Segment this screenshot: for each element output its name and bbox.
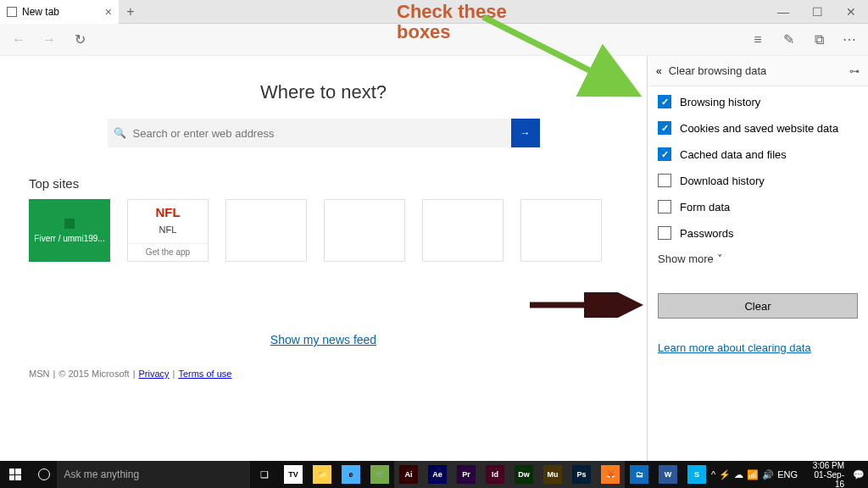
svg-line-0 [483,17,632,92]
search-icon: 🔍 [108,127,133,139]
clock-date: 01-Sep-16 [806,470,844,489]
checkbox-row[interactable]: ✓Cached data and files [658,147,858,161]
tray-clock[interactable]: 3:06 PM 01-Sep-16 [801,461,849,489]
tile-empty[interactable] [225,199,307,262]
cortana-search[interactable]: Ask me anything [57,461,250,488]
checkbox[interactable] [658,226,671,240]
tray-notifications-icon[interactable]: 💬 [853,469,865,480]
show-more-link[interactable]: Show more ˅ [658,252,858,265]
taskbar-app-icon[interactable]: e [337,461,365,488]
taskbar-app-icon[interactable]: Id [481,461,509,488]
taskbar-app-icon[interactable]: Dw [509,461,538,488]
page-footer: MSN| © 2015 Microsoft| Privacy| Terms of… [29,369,231,379]
checkbox-label: Passwords [680,227,734,240]
search-go-button[interactable]: → [511,119,540,147]
tray-power-icon[interactable]: ⚡ [719,469,731,480]
taskbar-app-icon[interactable]: Pr [452,461,481,488]
taskbar-app-icon[interactable]: 📁 [308,461,337,488]
taskbar-app-icon[interactable]: W [654,461,682,488]
start-button[interactable] [0,461,31,488]
checkbox[interactable]: ✓ [658,121,671,135]
checkbox-label: Browsing history [680,96,760,108]
tray-lang[interactable]: ENG [777,469,798,480]
refresh-button[interactable]: ↻ [68,28,92,52]
tile-fiverr[interactable]: Fiverr / ummi199... [29,199,110,262]
task-view-button[interactable]: ❏ [250,461,279,488]
checkbox[interactable] [658,174,671,187]
pin-icon[interactable]: ⊶ [849,65,860,77]
search-input[interactable] [133,127,511,140]
clear-data-panel: « Clear browsing data ⊶ ✓Browsing histor… [647,56,868,461]
checkbox-row[interactable]: Form data [658,200,858,214]
clear-button[interactable]: Clear [658,293,858,319]
forward-button[interactable]: → [37,28,61,52]
checkbox-row[interactable]: Download history [658,174,858,187]
top-sites-tiles: Fiverr / ummi199... NFL NFL Get the app [29,199,602,262]
new-tab-button[interactable]: + [119,4,142,19]
new-tab-page: Where to next? 🔍 → Top sites Fiverr / um… [0,56,647,461]
maximize-button[interactable]: ☐ [800,0,834,24]
taskbar-app-icon[interactable]: 🛒 [365,461,394,488]
panel-header: « Clear browsing data ⊶ [648,56,868,86]
back-button[interactable]: ← [7,28,31,52]
share-button[interactable]: ⧉ [807,28,831,52]
tray-onedrive-icon[interactable]: ☁ [734,469,743,480]
taskbar-app-icon[interactable]: S [682,461,711,488]
search-bar[interactable]: 🔍 → [108,119,540,147]
tray-wifi-icon[interactable]: 📶 [747,469,759,480]
more-button[interactable]: ⋯ [837,28,861,52]
checkbox[interactable] [658,200,671,214]
panel-title: Clear browsing data [669,64,767,77]
annotation-line: boxes [397,21,451,42]
tile-empty[interactable] [520,199,602,262]
footer-msn: MSN [29,369,49,379]
taskbar-app-icon[interactable]: Ae [423,461,452,488]
checkbox-label: Form data [680,201,730,214]
footer-privacy[interactable]: Privacy [138,369,169,379]
page-title: Where to next? [260,81,387,103]
tray-chevron-icon[interactable]: ^ [711,469,715,480]
get-app-label: Get the app [128,243,208,257]
taskbar-app-icon[interactable]: 🦊 [596,461,625,488]
tile-empty[interactable] [324,199,405,262]
checkbox[interactable]: ✓ [658,147,671,161]
clock-time: 3:06 PM [806,461,844,470]
checkbox-row[interactable]: Passwords [658,226,858,240]
minimize-button[interactable]: — [766,0,800,24]
tile-nfl[interactable]: NFL NFL Get the app [127,199,209,262]
learn-more-link[interactable]: Learn more about clearing data [658,341,858,354]
taskbar[interactable]: Ask me anything ❏ TV📁e🛒AiAePrIdDwMuPs🦊🗂W… [0,461,868,488]
close-window-button[interactable]: ✕ [834,0,868,24]
tile-empty[interactable] [422,199,504,262]
tab-title: New tab [22,6,59,18]
show-news-link[interactable]: Show my news feed [270,333,376,347]
page-icon [7,7,17,17]
taskbar-app-icon[interactable]: TV [279,461,308,488]
system-tray[interactable]: ^ ⚡ ☁ 📶 🔊 ENG 3:06 PM 01-Sep-16 💬 [711,461,868,488]
taskbar-app-icon[interactable]: 🗂 [625,461,654,488]
cortana-icon[interactable] [31,461,58,488]
windows-icon [9,469,21,480]
note-button[interactable]: ✎ [776,28,800,52]
cortana-placeholder: Ask me anything [64,469,139,480]
footer-copy: © 2015 Microsoft [58,369,129,379]
checkbox-label: Cookies and saved website data [680,122,838,135]
browser-tab[interactable]: New tab × [0,0,119,24]
tile-label: Fiverr / ummi199... [34,234,104,243]
checkbox-label: Cached data and files [680,148,787,161]
checkbox-row[interactable]: ✓Browsing history [658,95,858,108]
taskbar-app-icon[interactable]: Mu [538,461,567,488]
checkbox[interactable]: ✓ [658,95,671,108]
chevron-down-icon: ˅ [717,252,723,265]
footer-terms[interactable]: Terms of use [178,369,231,379]
annotation-arrow-dark [526,292,644,318]
close-tab-icon[interactable]: × [105,5,112,19]
taskbar-app-icon[interactable]: Ai [394,461,423,488]
reading-view-button[interactable]: ≡ [746,28,770,52]
tray-volume-icon[interactable]: 🔊 [762,469,774,480]
top-sites-label: Top sites [29,176,602,191]
back-chevron-icon[interactable]: « [656,65,662,77]
taskbar-app-icon[interactable]: Ps [567,461,596,488]
nfl-logo: NFL [155,205,180,219]
checkbox-row[interactable]: ✓Cookies and saved website data [658,121,858,135]
